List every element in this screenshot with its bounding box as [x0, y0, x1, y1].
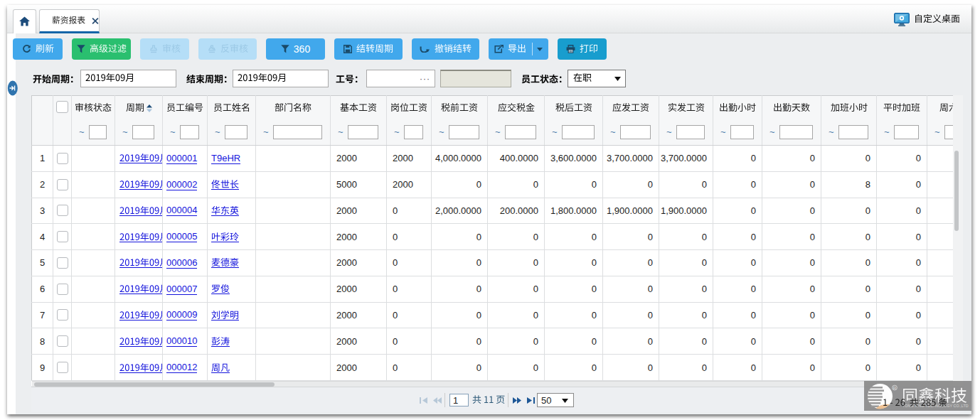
svg-text:R: R — [893, 386, 897, 390]
